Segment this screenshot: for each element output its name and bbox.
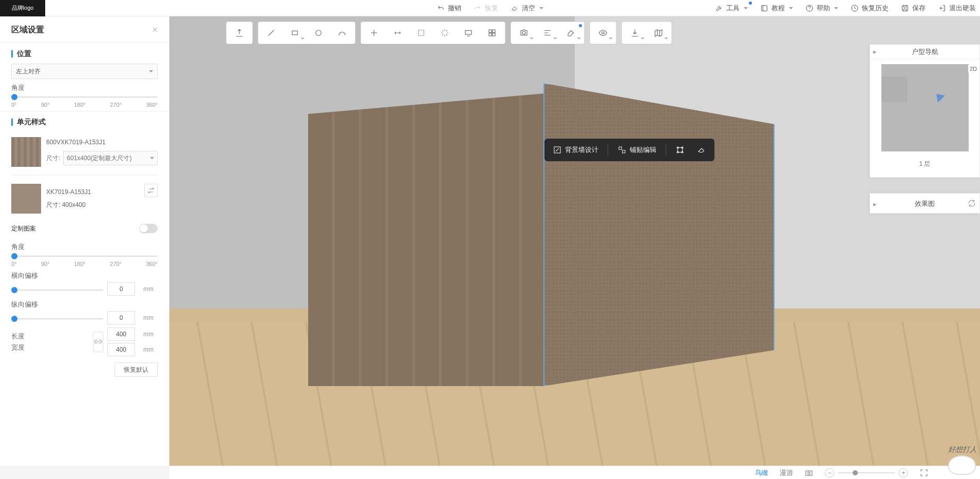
width-input[interactable]	[107, 343, 135, 356]
clear-button[interactable]: 清空	[511, 4, 543, 13]
slider-thumb[interactable]	[11, 94, 17, 100]
unit-mm: mm	[139, 311, 158, 324]
paint-tool-icon[interactable]	[559, 23, 583, 43]
angle-ticks: 0°90°180°270°360°	[11, 102, 158, 108]
anchor-tool-icon[interactable]	[362, 23, 386, 43]
length-label: 长度	[11, 332, 93, 341]
history-button[interactable]: 恢复历史	[851, 4, 889, 13]
tutorial-button[interactable]: 教程	[760, 4, 793, 13]
book-icon	[760, 4, 768, 12]
mascot-text: 好想打人	[948, 445, 977, 454]
slider-thumb[interactable]	[11, 287, 17, 293]
camera-tool-icon[interactable]	[512, 23, 536, 43]
save-label: 保存	[912, 4, 926, 13]
room-box	[308, 83, 678, 381]
voffset-slider[interactable]	[11, 316, 103, 319]
material-thumbnail[interactable]	[11, 184, 41, 214]
undo-button[interactable]: 撤销	[437, 4, 461, 13]
slider-thumb[interactable]	[11, 253, 17, 259]
separator	[608, 144, 608, 156]
save-icon	[901, 4, 909, 12]
hoffset-label: 横向偏移	[11, 271, 158, 280]
material-thumbnail[interactable]	[11, 137, 41, 167]
tools-button[interactable]: 工具	[715, 4, 748, 13]
dimension-tool-icon[interactable]	[386, 23, 409, 43]
redo-button[interactable]: 恢复	[474, 4, 498, 13]
header-right: 工具 教程 帮助 恢复历史 保存 退出硬装	[715, 4, 976, 13]
tool-toolbar	[226, 22, 672, 44]
slider-thumb[interactable]	[11, 316, 17, 322]
wall-right-face-selected[interactable]	[543, 83, 775, 386]
size-select[interactable]: 601x400(定制最大尺寸)	[63, 151, 158, 165]
select-area-icon[interactable]	[409, 23, 433, 43]
alignment-select[interactable]: 左上对齐	[11, 64, 158, 79]
alignment-value: 左上对齐	[16, 67, 41, 76]
wall-left-face[interactable]	[308, 93, 544, 386]
minimap-camera-icon	[932, 90, 945, 103]
tile-edit-button[interactable]: 铺贴编辑	[612, 142, 662, 158]
viewport-3d[interactable]	[169, 16, 980, 466]
zoom-out-button[interactable]: −	[825, 468, 834, 477]
angle2-slider[interactable]: 0°90°180°270°360°	[11, 254, 158, 267]
custom-pattern-row: 定制图案	[11, 219, 158, 238]
custom-pattern-label: 定制图案	[11, 224, 36, 233]
chevron-down-icon	[149, 70, 153, 72]
collapse-icon[interactable]: ▸	[873, 48, 877, 55]
hoffset-slider[interactable]	[11, 288, 103, 291]
arc-tool-icon[interactable]	[330, 23, 354, 43]
download-tool-icon[interactable]	[623, 23, 647, 43]
help-button[interactable]: 帮助	[805, 4, 838, 13]
roam-tab[interactable]: 漫游	[780, 468, 793, 477]
birdview-tab[interactable]: 鸟瞰	[755, 468, 768, 477]
rect-tool-icon[interactable]	[283, 23, 307, 43]
circle-tool-icon[interactable]	[307, 23, 330, 43]
upload-icon[interactable]	[228, 23, 251, 43]
wall-design-button[interactable]: 背景墙设计	[548, 142, 604, 158]
floorplan-nav-panel: ▸ 户型导航 2D 1 层	[870, 44, 980, 178]
map-tool-icon[interactable]	[647, 23, 670, 43]
zoom-slider-thumb[interactable]	[853, 470, 858, 475]
chevron-down-icon	[789, 7, 793, 9]
map-2d-toggle[interactable]: 2D	[968, 65, 978, 72]
length-row: 长度	[11, 332, 93, 341]
grid-tool-icon[interactable]	[480, 23, 504, 43]
floor-label[interactable]: 1 层	[870, 157, 979, 171]
length-input[interactable]	[107, 328, 135, 341]
screen-tool-icon[interactable]	[457, 23, 480, 43]
swap-icon[interactable]	[144, 184, 158, 197]
minimap[interactable]	[881, 64, 969, 151]
refresh-icon[interactable]	[967, 199, 976, 209]
undo-icon	[437, 4, 445, 12]
custom-pattern-toggle[interactable]	[139, 224, 158, 233]
edit-icon	[553, 145, 562, 155]
collapse-icon[interactable]: ▸	[873, 200, 877, 208]
light-tool-icon[interactable]	[433, 23, 457, 43]
angle2-label: 角度	[11, 242, 158, 252]
separator	[666, 144, 666, 156]
transform-icon[interactable]	[670, 142, 690, 158]
align-tool-icon[interactable]	[536, 23, 559, 43]
angle-slider[interactable]: 0°90°180°270°360°	[11, 94, 158, 108]
close-icon[interactable]: ×	[152, 25, 158, 35]
voffset-input[interactable]	[107, 311, 135, 324]
snapshot-icon[interactable]	[804, 468, 814, 477]
svg-rect-11	[493, 33, 495, 36]
fullscreen-icon[interactable]	[919, 468, 929, 477]
zoom-controls: − +	[825, 468, 908, 477]
zoom-in-button[interactable]: +	[899, 468, 908, 477]
unit-mm: mm	[139, 282, 158, 296]
link-dimensions-icon[interactable]	[93, 332, 103, 352]
render-panel-title: 效果图	[915, 199, 935, 208]
zoom-slider-track[interactable]	[838, 472, 895, 473]
line-tool-icon[interactable]	[259, 23, 283, 43]
svg-rect-10	[489, 33, 492, 36]
erase-icon[interactable]	[692, 142, 711, 158]
width-row: 宽度	[11, 343, 93, 352]
hoffset-input[interactable]	[107, 282, 135, 296]
visibility-tool-icon[interactable]	[591, 23, 615, 43]
chevron-down-icon	[539, 7, 543, 9]
redo-label: 恢复	[485, 4, 498, 13]
exit-button[interactable]: 退出硬装	[938, 4, 976, 13]
save-button[interactable]: 保存	[901, 4, 926, 13]
reset-default-button[interactable]: 恢复默认	[115, 362, 158, 377]
